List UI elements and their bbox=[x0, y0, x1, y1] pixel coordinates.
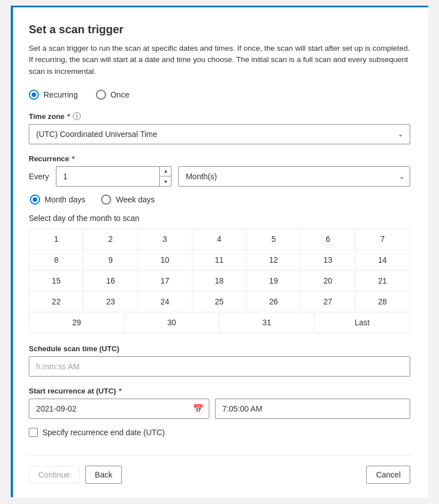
calendar-row-2: 8 9 10 11 12 13 14 bbox=[29, 250, 410, 271]
week-days-radio[interactable] bbox=[101, 194, 111, 205]
day-21[interactable]: 21 bbox=[355, 271, 410, 291]
period-select[interactable]: Month(s) Week(s) Day(s) bbox=[178, 166, 410, 187]
recurring-option[interactable]: Recurring bbox=[29, 90, 78, 100]
day-13[interactable]: 13 bbox=[301, 250, 355, 270]
spin-down-button[interactable]: ▼ bbox=[160, 176, 172, 187]
back-button[interactable]: Back bbox=[85, 466, 122, 484]
day-26[interactable]: 26 bbox=[247, 291, 301, 312]
timezone-info-icon[interactable]: i bbox=[73, 112, 81, 120]
day-10[interactable]: 10 bbox=[138, 250, 192, 270]
day-31[interactable]: 31 bbox=[220, 312, 315, 333]
day-8[interactable]: 8 bbox=[29, 250, 84, 270]
timezone-required-star: * bbox=[67, 112, 70, 121]
schedule-time-input[interactable] bbox=[29, 356, 410, 377]
timezone-label: Time zone * i bbox=[29, 112, 410, 121]
day-5[interactable]: 5 bbox=[247, 229, 301, 249]
panel-title: Set a scan trigger bbox=[29, 23, 410, 36]
day-17[interactable]: 17 bbox=[138, 271, 192, 291]
day-29[interactable]: 29 bbox=[29, 312, 125, 333]
calendar-row-3: 15 16 17 18 19 20 21 bbox=[29, 271, 410, 291]
day-18[interactable]: 18 bbox=[192, 271, 247, 291]
date-input-wrapper: 📅 bbox=[29, 399, 209, 419]
day-15[interactable]: 15 bbox=[29, 271, 84, 291]
calendar-row-1: 1 2 3 4 5 6 7 bbox=[29, 229, 410, 250]
day-1[interactable]: 1 bbox=[29, 229, 84, 249]
day-28[interactable]: 28 bbox=[355, 291, 410, 312]
day-6[interactable]: 6 bbox=[301, 229, 355, 249]
start-recurrence-section: Start recurrence at (UTC) * 📅 bbox=[29, 387, 410, 419]
day-23[interactable]: 23 bbox=[84, 291, 138, 312]
day-2[interactable]: 2 bbox=[84, 229, 138, 249]
trigger-type-group: Recurring Once bbox=[29, 90, 410, 100]
day-19[interactable]: 19 bbox=[247, 271, 301, 291]
day-12[interactable]: 12 bbox=[247, 250, 301, 270]
calendar-grid: 1 2 3 4 5 6 7 8 9 10 11 12 13 14 15 16 1… bbox=[29, 228, 410, 333]
recurrence-required-star: * bbox=[72, 154, 75, 163]
day-27[interactable]: 27 bbox=[301, 291, 355, 312]
start-recurrence-row: 📅 bbox=[29, 399, 410, 419]
calendar-row-5: 29 30 31 Last bbox=[29, 312, 410, 333]
recurrence-number-wrapper: ▲ ▼ bbox=[56, 166, 172, 187]
timezone-select[interactable]: (UTC) Coordinated Universal Time bbox=[29, 124, 410, 144]
footer: Continue Back Cancel bbox=[29, 455, 410, 484]
month-days-radio[interactable] bbox=[30, 194, 40, 205]
scan-trigger-panel: Set a scan trigger Set a scan trigger to… bbox=[11, 6, 428, 497]
specify-end-date-row: Specify recurrence end date (UTC) bbox=[29, 428, 410, 437]
month-days-option[interactable]: Month days bbox=[30, 194, 85, 205]
specify-end-date-checkbox[interactable] bbox=[29, 428, 38, 437]
recurrence-section: Recurrence * Every ▲ ▼ Month(s) Week(s) … bbox=[29, 154, 410, 333]
recurring-label: Recurring bbox=[43, 90, 78, 99]
timezone-section: Time zone * i (UTC) Coordinated Universa… bbox=[29, 112, 410, 144]
day-22[interactable]: 22 bbox=[29, 291, 84, 312]
day-20[interactable]: 20 bbox=[301, 271, 355, 291]
day-last[interactable]: Last bbox=[315, 312, 410, 333]
day-16[interactable]: 16 bbox=[84, 271, 138, 291]
time-input[interactable] bbox=[215, 399, 410, 419]
recurrence-number-input[interactable] bbox=[56, 166, 172, 187]
day-9[interactable]: 9 bbox=[84, 250, 138, 270]
week-days-label: Week days bbox=[116, 195, 155, 204]
recurrence-label: Recurrence * bbox=[29, 154, 410, 163]
panel-description: Set a scan trigger to run the scan at sp… bbox=[29, 43, 410, 77]
start-recurrence-required-star: * bbox=[119, 387, 122, 395]
day-3[interactable]: 3 bbox=[138, 229, 192, 249]
start-recurrence-label: Start recurrence at (UTC) * bbox=[29, 387, 410, 395]
once-label: Once bbox=[111, 90, 129, 99]
day-25[interactable]: 25 bbox=[192, 291, 247, 312]
period-select-wrapper: Month(s) Week(s) Day(s) ⌄ bbox=[178, 166, 410, 187]
day-11[interactable]: 11 bbox=[192, 250, 247, 270]
spin-up-button[interactable]: ▲ bbox=[160, 166, 172, 177]
recurring-radio[interactable] bbox=[29, 90, 39, 100]
timezone-select-wrapper: (UTC) Coordinated Universal Time ⌄ bbox=[29, 124, 410, 144]
schedule-time-label: Schedule scan time (UTC) bbox=[29, 344, 410, 353]
continue-button[interactable]: Continue bbox=[29, 466, 80, 484]
day-14[interactable]: 14 bbox=[355, 250, 410, 270]
left-accent bbox=[11, 7, 13, 497]
select-day-label: Select day of the month to scan bbox=[29, 214, 410, 223]
week-days-option[interactable]: Week days bbox=[101, 194, 155, 205]
once-radio[interactable] bbox=[96, 90, 106, 100]
day-4[interactable]: 4 bbox=[192, 229, 247, 249]
spin-buttons: ▲ ▼ bbox=[159, 166, 172, 187]
day-30[interactable]: 30 bbox=[125, 312, 220, 333]
recurrence-row: Every ▲ ▼ Month(s) Week(s) Day(s) ⌄ bbox=[29, 166, 410, 187]
schedule-time-section: Schedule scan time (UTC) bbox=[29, 344, 410, 387]
day-7[interactable]: 7 bbox=[355, 229, 410, 249]
specify-end-date-label[interactable]: Specify recurrence end date (UTC) bbox=[42, 428, 165, 437]
day-24[interactable]: 24 bbox=[138, 291, 192, 312]
cancel-button[interactable]: Cancel bbox=[366, 466, 410, 484]
once-option[interactable]: Once bbox=[96, 90, 129, 100]
date-input[interactable] bbox=[29, 399, 209, 419]
every-label: Every bbox=[29, 172, 49, 181]
day-type-row: Month days Week days bbox=[30, 194, 410, 205]
calendar-row-4: 22 23 24 25 26 27 28 bbox=[29, 291, 410, 312]
month-days-label: Month days bbox=[45, 195, 85, 204]
